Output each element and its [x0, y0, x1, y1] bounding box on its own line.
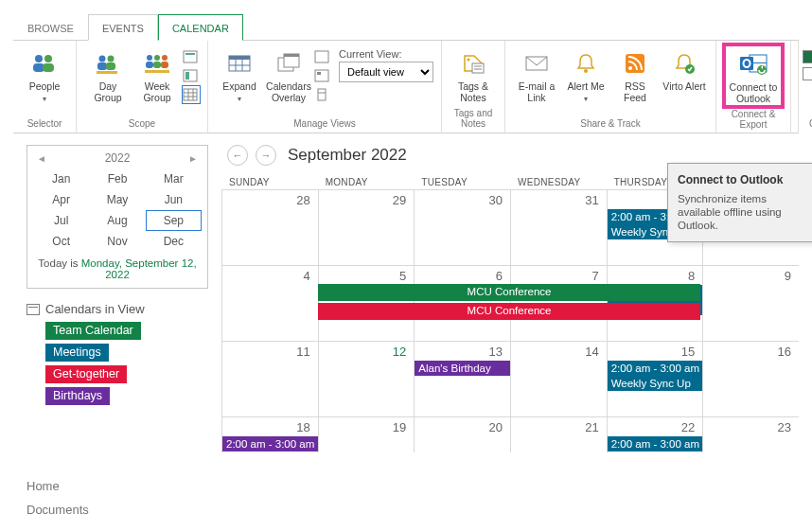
calendar-cell[interactable]: 9	[702, 265, 799, 341]
tab-browse[interactable]: BROWSE	[13, 14, 88, 41]
calendar-cell[interactable]: 222:00 am - 3:00 am	[607, 416, 703, 452]
overlay-label: Calendars Overlay	[266, 80, 311, 103]
people-label: People	[29, 80, 61, 92]
svg-rect-3	[43, 63, 54, 72]
mini-cal-prev[interactable]: ◄	[37, 153, 46, 164]
calendar-cell[interactable]: 16	[702, 341, 799, 416]
alert-me-button[interactable]: Alert Me▾	[562, 44, 609, 107]
calendar-cell[interactable]: 30	[414, 189, 510, 265]
mini-month-sep[interactable]: Sep	[146, 210, 202, 231]
alert-me-label: Alert Me	[567, 80, 604, 92]
calendar-cell[interactable]: 11	[221, 341, 318, 416]
manage-small-buttons	[314, 44, 331, 103]
cell-date: 23	[778, 420, 791, 434]
tab-events[interactable]: EVENTS	[88, 14, 158, 41]
calendar-event[interactable]: Alan's Birthday	[415, 361, 510, 376]
week-group-label: Week Group	[135, 80, 179, 103]
scope-small-buttons	[183, 44, 200, 103]
current-view-select[interactable]: Default view	[339, 62, 433, 82]
calendar-event[interactable]: 2:00 am - 3:00 am	[222, 436, 318, 451]
mini-month-feb[interactable]: Feb	[89, 168, 145, 189]
mini-cal-next[interactable]: ►	[188, 153, 198, 164]
mini-month-may[interactable]: May	[89, 189, 145, 210]
manage-small-3[interactable]	[314, 86, 331, 103]
tab-calendar[interactable]: CALENDAR	[158, 14, 243, 41]
day-group-button[interactable]: Day Group	[84, 44, 132, 105]
scope-view-3[interactable]	[183, 86, 200, 103]
calendar-cell[interactable]: 19	[318, 416, 415, 452]
cell-date: 4	[303, 269, 309, 283]
calendar-event-span[interactable]: MCU Conference	[318, 303, 701, 320]
ribbon-group-connect: Connect to Outlook Connect & Export	[716, 41, 791, 133]
mini-cal-today-link[interactable]: Monday, September 12, 2022	[81, 257, 197, 280]
civ-item-team-calendar[interactable]: Team Calendar	[45, 322, 141, 340]
day-group-label: Day Group	[86, 80, 130, 103]
calendar-cell[interactable]: 28	[221, 189, 318, 265]
mini-month-jan[interactable]: Jan	[33, 168, 89, 189]
overlay-button[interactable]: Calendars Overlay	[265, 44, 312, 105]
nav-documents[interactable]: Documents	[26, 503, 208, 517]
ribbon-group-scope: Day Group Week Group Scope	[77, 41, 208, 133]
mini-month-aug[interactable]: Aug	[89, 210, 145, 231]
mini-cal-year: 2022	[105, 151, 131, 165]
cell-date: 20	[489, 420, 503, 434]
virto-alert-icon	[673, 48, 696, 79]
mini-month-apr[interactable]: Apr	[33, 189, 89, 210]
calendar-cell[interactable]: 31	[510, 189, 607, 265]
scope-view-2[interactable]	[183, 67, 200, 84]
calendar-cell[interactable]: 13Alan's Birthday	[414, 341, 510, 416]
manage-small-2[interactable]	[314, 67, 331, 84]
cell-date: 5	[399, 269, 406, 283]
calendar-cell[interactable]: 23	[702, 416, 799, 452]
civ-item-get-together[interactable]: Get-together	[45, 365, 127, 383]
calendar-cell[interactable]: 14	[510, 341, 607, 416]
svg-rect-32	[284, 54, 299, 57]
form-button[interactable]: Fo	[803, 67, 812, 80]
calendar-event[interactable]: 2:00 am - 3:00 am	[608, 361, 703, 376]
connect-outlook-button[interactable]: Connect to Outlook	[724, 44, 783, 107]
mini-month-mar[interactable]: Mar	[146, 168, 202, 189]
mini-month-dec[interactable]: Dec	[146, 231, 202, 252]
calendar-title: September 2022	[288, 146, 407, 165]
people-button[interactable]: People▾	[21, 44, 68, 107]
mini-month-oct[interactable]: Oct	[33, 231, 89, 252]
calendar-cell[interactable]: 29	[318, 189, 415, 265]
svg-point-46	[628, 66, 632, 70]
calendar-cell[interactable]: 20	[414, 416, 510, 452]
cal-next-button[interactable]: →	[256, 145, 276, 166]
mini-month-nov[interactable]: Nov	[89, 231, 145, 252]
calendar-cell[interactable]: 12	[318, 341, 415, 416]
calendar-cell[interactable]: 21	[510, 416, 607, 452]
civ-item-birthdays[interactable]: Birthdays	[45, 387, 110, 405]
calendar-event-span[interactable]: MCU Conference	[318, 284, 701, 301]
mini-month-jul[interactable]: Jul	[33, 210, 89, 231]
week-group-button[interactable]: Week Group	[133, 44, 181, 105]
civ-item-meetings[interactable]: Meetings	[45, 344, 109, 362]
calendar-cell[interactable]: 182:00 am - 3:00 am	[221, 416, 318, 452]
day-group-icon	[95, 48, 121, 79]
day-header: TUESDAY	[414, 175, 510, 189]
excel-icon	[803, 50, 812, 63]
people-icon	[30, 48, 59, 79]
excel-button[interactable]: Ed	[803, 50, 812, 63]
ribbon-label-selector: Selector	[21, 116, 68, 133]
scope-view-1[interactable]	[183, 48, 200, 65]
current-view-block: Current View: Default view	[339, 44, 433, 82]
email-link-button[interactable]: E-mail a Link	[513, 44, 560, 105]
calendar-event[interactable]: 2:00 am - 3:00 am	[608, 436, 703, 451]
nav-home[interactable]: Home	[26, 479, 208, 493]
cal-prev-button[interactable]: ←	[227, 145, 248, 166]
manage-small-1[interactable]	[314, 48, 331, 65]
calendar-cell[interactable]: 4	[221, 265, 318, 341]
calendar-event[interactable]: Weekly Sync Up	[608, 376, 703, 391]
svg-point-1	[44, 55, 52, 62]
calendar-cell[interactable]: 152:00 am - 3:00 amWeekly Sync Up	[607, 341, 703, 416]
mini-month-jun[interactable]: Jun	[146, 189, 202, 210]
day-header: WEDNESDAY	[510, 175, 607, 189]
expand-button[interactable]: Expand▾	[216, 44, 263, 107]
tags-notes-button[interactable]: Tags & Notes	[450, 44, 497, 105]
virto-alert-button[interactable]: Virto Alert	[661, 44, 708, 105]
cell-date: 16	[778, 345, 791, 359]
rss-feed-button[interactable]: RSS Feed	[611, 44, 659, 105]
svg-point-0	[35, 55, 43, 62]
